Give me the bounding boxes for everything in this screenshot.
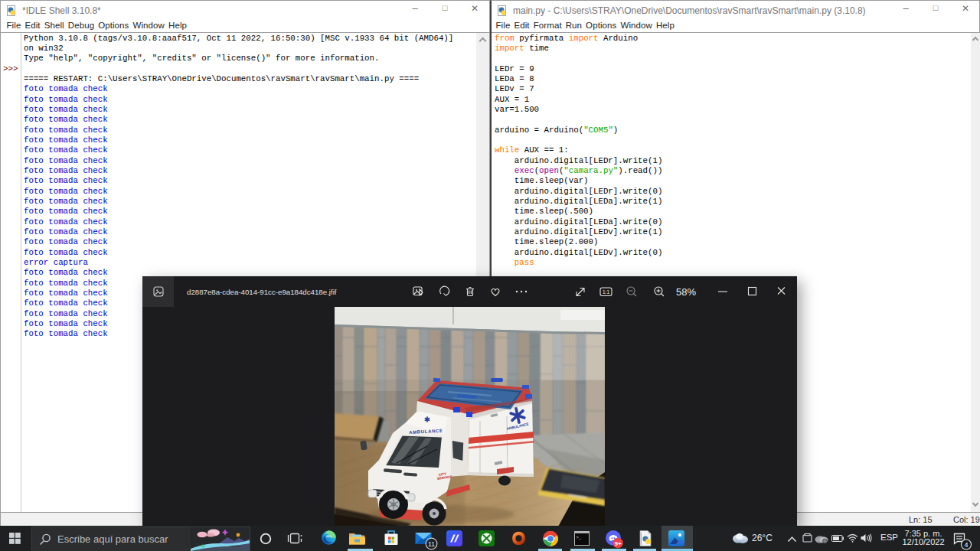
svg-text:9+: 9+: [614, 540, 621, 547]
svg-text:>_: >_: [577, 535, 582, 540]
svg-text:1:1: 1:1: [603, 289, 609, 295]
svg-text:58%: 58%: [676, 286, 696, 298]
svg-text:11: 11: [428, 540, 435, 548]
svg-text:4: 4: [964, 541, 968, 549]
